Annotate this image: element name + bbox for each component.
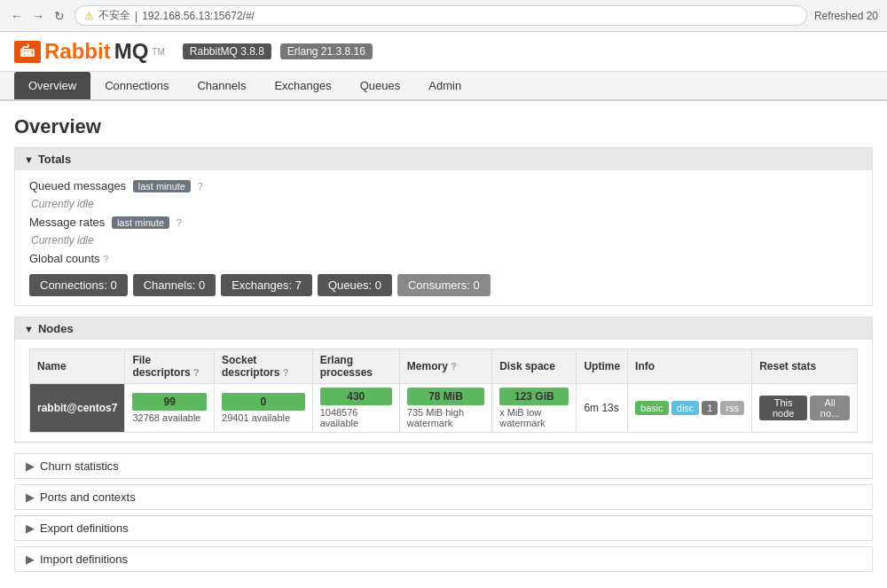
logo-mq: MQ xyxy=(114,39,149,64)
ports-contexts-item: ▶ Ports and contexts xyxy=(14,484,873,510)
address-bar[interactable]: ⚠ 不安全 | 192.168.56.13:15672/#/ xyxy=(75,5,807,26)
global-counts-help-icon[interactable]: ? xyxy=(103,254,108,264)
channels-count-btn[interactable]: Channels: 0 xyxy=(133,274,216,296)
message-rates-tag[interactable]: last minute xyxy=(112,216,169,229)
totals-section-header[interactable]: ▼ Totals xyxy=(15,148,872,170)
ports-contexts-header[interactable]: ▶ Ports and contexts xyxy=(15,485,872,509)
version-info: RabbitMQ 3.8.8 Erlang 21.3.8.16 xyxy=(183,43,373,59)
socket-desc-value: 0 xyxy=(222,393,305,411)
reset-buttons: This node All no... xyxy=(759,396,850,420)
forward-button[interactable]: → xyxy=(30,8,46,24)
file-desc-value: 99 xyxy=(132,393,207,411)
logo-tm: TM xyxy=(152,47,164,57)
message-rates-help-icon[interactable]: ? xyxy=(177,217,182,228)
import-definitions-label: Import definitions xyxy=(40,553,128,566)
logo-rabbit: Rabbit xyxy=(44,39,111,64)
memory-cell: 78 MiB 735 MiB high watermark xyxy=(399,384,491,433)
connections-count-btn[interactable]: Connections: 0 xyxy=(29,274,128,296)
consumers-count-btn[interactable]: Consumers: 0 xyxy=(397,274,491,296)
col-erlang-proc: Erlang processes xyxy=(312,349,399,384)
nodes-section: ▼ Nodes Name File descriptors ? Socket d… xyxy=(14,317,873,443)
app-header: 🖮 RabbitMQTM RabbitMQ 3.8.8 Erlang 21.3.… xyxy=(0,32,887,72)
info-basic-btn[interactable]: basic xyxy=(635,401,669,415)
browser-controls: ← → ↻ xyxy=(9,8,67,24)
address-text: 192.168.56.13:15672/#/ xyxy=(142,10,255,22)
file-desc-help-icon[interactable]: ? xyxy=(193,367,200,378)
col-socket-desc: Socket descriptors ? xyxy=(215,349,313,384)
message-rates-idle-text: Currently idle xyxy=(31,234,858,247)
tab-connections[interactable]: Connections xyxy=(90,72,183,99)
totals-label: Totals xyxy=(38,153,71,166)
nodes-label: Nodes xyxy=(38,322,74,335)
queued-help-icon[interactable]: ? xyxy=(198,181,203,192)
tab-exchanges[interactable]: Exchanges xyxy=(260,72,345,99)
col-memory: Memory ? xyxy=(399,349,491,384)
global-counts-label: Global counts xyxy=(29,252,100,265)
queues-count-btn[interactable]: Queues: 0 xyxy=(318,274,392,296)
tab-channels[interactable]: Channels xyxy=(183,72,260,99)
message-rates-row: Message rates last minute ? xyxy=(29,216,858,229)
lock-icon: ⚠ xyxy=(84,10,94,22)
col-file-desc: File descriptors ? xyxy=(125,349,215,384)
import-arrow-icon: ▶ xyxy=(26,553,35,566)
import-definitions-item: ▶ Import definitions xyxy=(14,546,873,572)
queued-idle-text: Currently idle xyxy=(31,198,858,210)
info-buttons: basic disc 1 rss xyxy=(635,401,744,415)
col-info: Info xyxy=(628,349,752,384)
tab-queues[interactable]: Queues xyxy=(346,72,415,99)
nodes-section-header[interactable]: ▼ Nodes xyxy=(15,318,872,340)
disk-space-cell: 123 GiB x MiB low watermark xyxy=(492,384,577,433)
logo: 🖮 RabbitMQTM xyxy=(14,39,165,64)
nav-tabs: Overview Connections Channels Exchanges … xyxy=(0,72,887,101)
info-num-btn[interactable]: 1 xyxy=(702,401,718,415)
export-definitions-label: Export definitions xyxy=(40,521,129,535)
export-definitions-header[interactable]: ▶ Export definitions xyxy=(15,516,872,540)
page-title: Overview xyxy=(14,115,873,138)
reload-button[interactable]: ↻ xyxy=(51,8,67,24)
count-buttons: Connections: 0 Channels: 0 Exchanges: 7 … xyxy=(29,274,858,296)
socket-desc-available: 29401 available xyxy=(222,412,305,423)
churn-arrow-icon: ▶ xyxy=(26,459,35,473)
nodes-table: Name File descriptors ? Socket descripto… xyxy=(29,349,858,433)
back-button[interactable]: ← xyxy=(9,8,25,24)
security-label: 不安全 xyxy=(98,8,130,23)
info-rss-btn[interactable]: rss xyxy=(720,401,744,415)
reset-all-btn[interactable]: All no... xyxy=(810,396,850,420)
file-descriptors-cell: 99 32768 available xyxy=(125,384,215,433)
reset-this-node-btn[interactable]: This node xyxy=(759,396,807,420)
churn-statistics-header[interactable]: ▶ Churn statistics xyxy=(15,454,872,478)
info-cell: basic disc 1 rss xyxy=(628,384,752,433)
export-arrow-icon: ▶ xyxy=(26,521,35,535)
file-desc-available: 32768 available xyxy=(132,412,207,423)
address-separator: | xyxy=(135,10,137,22)
col-uptime: Uptime xyxy=(577,349,628,384)
erlang-proc-available: 1048576 available xyxy=(320,407,392,428)
totals-arrow-icon: ▼ xyxy=(24,154,34,165)
queued-messages-row: Queued messages last minute ? xyxy=(29,179,858,192)
export-definitions-item: ▶ Export definitions xyxy=(14,515,873,541)
socket-descriptors-cell: 0 29401 available xyxy=(215,384,313,433)
col-reset-stats: Reset stats xyxy=(752,349,858,384)
memory-value: 78 MiB xyxy=(407,388,484,405)
tab-overview[interactable]: Overview xyxy=(14,72,90,99)
exchanges-count-btn[interactable]: Exchanges: 7 xyxy=(221,274,312,296)
ports-contexts-label: Ports and contexts xyxy=(40,490,136,504)
import-definitions-header[interactable]: ▶ Import definitions xyxy=(15,547,872,571)
memory-watermark: 735 MiB high watermark xyxy=(407,407,484,428)
tab-admin[interactable]: Admin xyxy=(414,72,475,99)
queued-tag[interactable]: last minute xyxy=(133,180,191,192)
global-counts-row: Global counts ? xyxy=(29,252,858,265)
refreshed-text: Refreshed 20 xyxy=(814,10,878,22)
info-disc-btn[interactable]: disc xyxy=(671,401,700,415)
totals-section-body: Queued messages last minute ? Currently … xyxy=(15,170,872,305)
message-rates-label: Message rates xyxy=(29,216,105,229)
erlang-processes-cell: 430 1048576 available xyxy=(312,384,399,433)
nodes-arrow-icon: ▼ xyxy=(24,324,34,334)
queued-messages-label: Queued messages xyxy=(29,179,126,192)
memory-help-icon[interactable]: ? xyxy=(451,361,457,372)
logo-icon: 🖮 xyxy=(14,41,41,63)
main-content: Overview ▼ Totals Queued messages last m… xyxy=(0,101,887,588)
socket-desc-help-icon[interactable]: ? xyxy=(283,367,289,378)
churn-statistics-item: ▶ Churn statistics xyxy=(14,453,873,479)
node-name: rabbit@centos7 xyxy=(30,384,125,433)
